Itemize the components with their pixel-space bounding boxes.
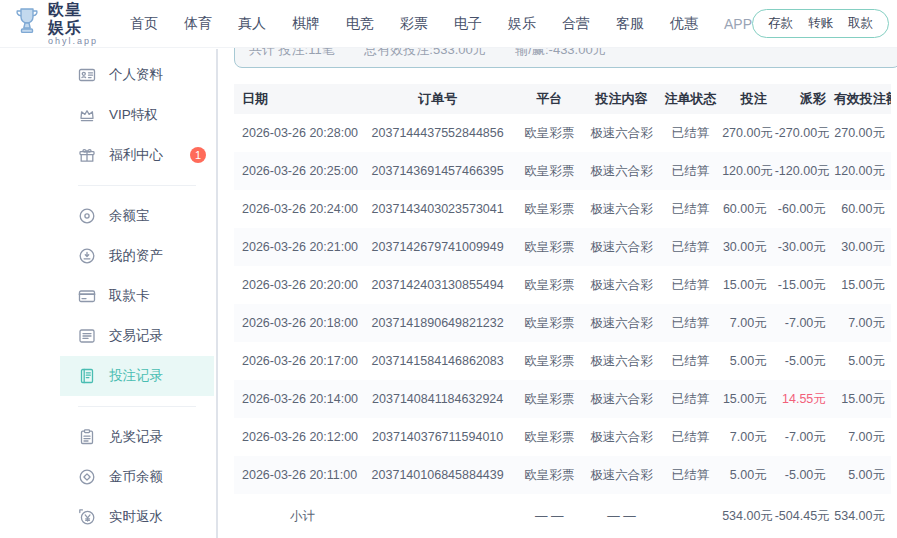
cell-payout: -7.00元 bbox=[773, 304, 832, 342]
wallet-actions: 存款 转账 取款 bbox=[752, 9, 889, 38]
cell-valid-bet: 5.00元 bbox=[832, 342, 891, 380]
assets-icon bbox=[78, 247, 96, 265]
deposit-button[interactable]: 存款 bbox=[768, 15, 793, 32]
nav-item-home[interactable]: 首页 bbox=[130, 15, 158, 33]
cell-valid-bet: 15.00元 bbox=[832, 380, 891, 418]
cell-valid-bet: 15.00元 bbox=[832, 266, 891, 304]
main-nav: 首页 体育 真人 棋牌 电竞 彩票 电子 娱乐 合营 客服 优惠 APP bbox=[130, 15, 752, 33]
summary-box: 共计 投注:11笔 总有效投注:533.00元 输/赢:-433.00元 bbox=[234, 48, 897, 68]
sidebar-item-profile[interactable]: 个人资料 bbox=[60, 55, 214, 95]
nav-item-lottery[interactable]: 彩票 bbox=[400, 15, 428, 33]
col-platform: 平台 bbox=[517, 84, 583, 114]
main-content: 共计 投注:11笔 总有效投注:533.00元 输/赢:-433.00元 日期 … bbox=[218, 48, 897, 538]
sidebar-item-welfare-center[interactable]: 福利中心 1 bbox=[60, 135, 214, 175]
cell-bet-content: 极速六合彩 bbox=[582, 266, 661, 304]
nav-item-chess[interactable]: 棋牌 bbox=[292, 15, 320, 33]
yen-rebate-icon bbox=[78, 508, 96, 526]
cell-status: 已结算 bbox=[661, 304, 720, 342]
subtotal-payout: -504.45元 bbox=[773, 494, 832, 538]
sidebar-item-label: VIP特权 bbox=[109, 106, 158, 124]
nav-item-app[interactable]: APP bbox=[724, 16, 752, 32]
nav-item-live-casino[interactable]: 真人 bbox=[238, 15, 266, 33]
nav-item-entertainment[interactable]: 娱乐 bbox=[508, 15, 536, 33]
cell-status: 已结算 bbox=[661, 190, 720, 228]
table-row: 2026-03-26 20:25:00 2037143691457466395 … bbox=[234, 152, 891, 190]
cell-payout: -60.00元 bbox=[773, 190, 832, 228]
subtotal-status-empty bbox=[661, 494, 720, 538]
sidebar-item-yuebao[interactable]: 余额宝 bbox=[60, 196, 214, 236]
sidebar-item-bet-records[interactable]: 投注记录 bbox=[60, 356, 214, 396]
sidebar-item-label: 实时返水 bbox=[109, 508, 163, 526]
sidebar-item-label: 取款卡 bbox=[109, 287, 150, 305]
sidebar-item-realtime-rebate[interactable]: 实时返水 bbox=[60, 497, 214, 537]
nav-item-promotions[interactable]: 优惠 bbox=[670, 15, 698, 33]
cell-platform: 欧皇彩票 bbox=[517, 152, 583, 190]
sidebar-item-coin-balance[interactable]: 金币余额 bbox=[60, 457, 214, 497]
sidebar-item-withdraw-card[interactable]: 取款卡 bbox=[60, 276, 214, 316]
cell-payout: -270.00元 bbox=[773, 114, 832, 152]
welfare-badge: 1 bbox=[190, 147, 206, 163]
cell-bet: 30.00元 bbox=[720, 228, 773, 266]
cell-payout-win: 14.55元 bbox=[773, 380, 832, 418]
col-bet-content: 投注内容 bbox=[582, 84, 661, 114]
sidebar-group-divider bbox=[78, 185, 196, 186]
withdraw-button[interactable]: 取款 bbox=[848, 15, 873, 32]
nav-item-slots[interactable]: 电子 bbox=[454, 15, 482, 33]
subtotal-valid-bet: 534.00元 bbox=[832, 494, 891, 538]
subtotal-label: 小计 bbox=[234, 494, 359, 538]
table-header-row: 日期 订单号 平台 投注内容 注单状态 投注 派彩 有效投注额 bbox=[234, 84, 891, 114]
logo[interactable]: 欧皇娱乐 ohyl.app bbox=[12, 1, 98, 46]
subtotal-row: 小计 — — — — 534.00元 -504.45元 534.00元 bbox=[234, 494, 891, 538]
table-row: 2026-03-26 20:11:00 2037140106845884439 … bbox=[234, 456, 891, 494]
top-bar: 欧皇娱乐 ohyl.app 首页 体育 真人 棋牌 电竞 彩票 电子 娱乐 合营… bbox=[0, 0, 897, 48]
cell-platform: 欧皇彩票 bbox=[517, 228, 583, 266]
cell-bet: 120.00元 bbox=[720, 152, 773, 190]
sidebar-item-label: 兑奖记录 bbox=[109, 428, 163, 446]
cell-payout: -5.00元 bbox=[773, 456, 832, 494]
cell-status: 已结算 bbox=[661, 114, 720, 152]
cell-bet-content: 极速六合彩 bbox=[582, 342, 661, 380]
cell-platform: 欧皇彩票 bbox=[517, 342, 583, 380]
sidebar-item-label: 金币余额 bbox=[109, 468, 163, 486]
transfer-button[interactable]: 转账 bbox=[808, 15, 833, 32]
col-payout: 派彩 bbox=[773, 84, 832, 114]
nav-item-support[interactable]: 客服 bbox=[616, 15, 644, 33]
cell-order-no: 2037140106845884439 bbox=[359, 456, 517, 494]
sidebar-item-vip[interactable]: VIP特权 bbox=[60, 95, 214, 135]
subtotal-order-empty bbox=[359, 494, 517, 538]
sidebar-item-prize-records[interactable]: 兑奖记录 bbox=[60, 417, 214, 457]
nav-item-partnership[interactable]: 合营 bbox=[562, 15, 590, 33]
sidebar-item-my-assets[interactable]: 我的资产 bbox=[60, 236, 214, 276]
cell-date: 2026-03-26 20:11:00 bbox=[234, 456, 359, 494]
cell-valid-bet: 120.00元 bbox=[832, 152, 891, 190]
cell-date: 2026-03-26 20:24:00 bbox=[234, 190, 359, 228]
cell-status: 已结算 bbox=[661, 456, 720, 494]
cell-bet-content: 极速六合彩 bbox=[582, 380, 661, 418]
cell-platform: 欧皇彩票 bbox=[517, 456, 583, 494]
col-order-no: 订单号 bbox=[359, 84, 517, 114]
coin-diamond-icon bbox=[78, 468, 96, 486]
sidebar-item-label: 个人资料 bbox=[109, 66, 163, 84]
clipboard-icon bbox=[78, 428, 96, 446]
table-row: 2026-03-26 20:20:00 2037142403130855494 … bbox=[234, 266, 891, 304]
subtotal-platform-dash: — — bbox=[517, 494, 583, 538]
sidebar-item-label: 投注记录 bbox=[109, 367, 163, 385]
cell-bet: 270.00元 bbox=[720, 114, 773, 152]
cell-order-no: 2037140376711594010 bbox=[359, 418, 517, 456]
id-card-icon bbox=[78, 66, 96, 84]
cell-bet-content: 极速六合彩 bbox=[582, 152, 661, 190]
crown-icon bbox=[78, 106, 96, 124]
cell-bet-content: 极速六合彩 bbox=[582, 456, 661, 494]
logo-title: 欧皇娱乐 bbox=[48, 1, 98, 36]
cell-payout: -7.00元 bbox=[773, 418, 832, 456]
table-row: 2026-03-26 20:12:00 2037140376711594010 … bbox=[234, 418, 891, 456]
nav-item-sports[interactable]: 体育 bbox=[184, 15, 212, 33]
cell-platform: 欧皇彩票 bbox=[517, 114, 583, 152]
cell-order-no: 2037141584146862083 bbox=[359, 342, 517, 380]
sidebar-item-label: 我的资产 bbox=[109, 247, 163, 265]
cell-status: 已结算 bbox=[661, 228, 720, 266]
cell-bet: 15.00元 bbox=[720, 380, 773, 418]
cell-order-no: 2037142403130855494 bbox=[359, 266, 517, 304]
nav-item-esports[interactable]: 电竞 bbox=[346, 15, 374, 33]
sidebar-item-transaction-records[interactable]: 交易记录 bbox=[60, 316, 214, 356]
